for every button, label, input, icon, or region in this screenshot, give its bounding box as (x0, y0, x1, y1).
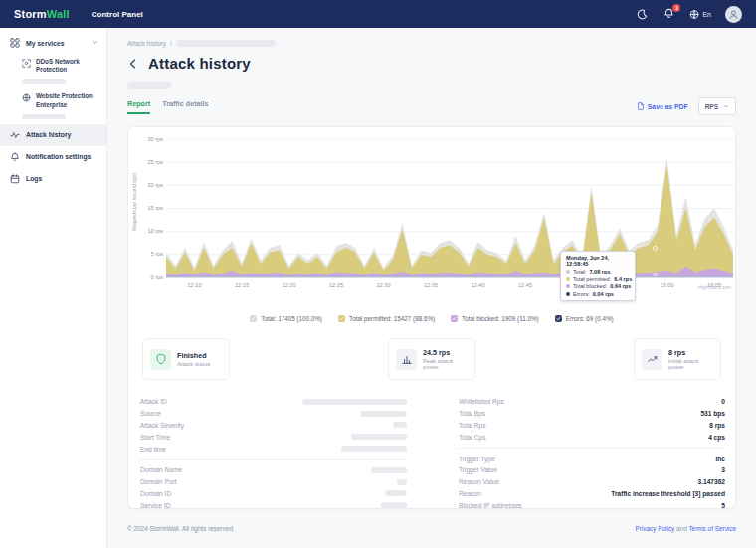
chart-legend: Total: 17405 (100.0%)Total permitted: 15… (128, 312, 735, 324)
details-group: Trigger TypeIncTrigger Value3Reason Valu… (459, 448, 725, 511)
details-group: Attack IDSourceAttack SeverityStart Time… (140, 396, 407, 455)
redacted-value (302, 399, 407, 405)
bellgear-icon (10, 152, 20, 162)
breadcrumb-attack-history[interactable]: Attack history (127, 40, 166, 47)
redacted-value (397, 479, 407, 485)
save-as-pdf-label: Save as PDF (648, 103, 688, 110)
tooltip-row-errors: Errors: 0.04 rps (566, 291, 630, 297)
detail-label: Reason Value (459, 478, 499, 485)
sidebar-item-my-services[interactable]: My services (0, 32, 106, 54)
sidebar-item-label: Logs (26, 175, 42, 182)
checkbox-checked-icon[interactable] (338, 315, 345, 322)
details-group: Domain NameDomain PortDomain IDService I… (140, 459, 407, 511)
y-axis-tick: 30 rps (136, 136, 163, 142)
detail-label: Trigger Type (459, 456, 495, 462)
copyright-text: © 2024 StormWall. All rights reserved. (127, 525, 235, 532)
grid-icon (10, 38, 20, 48)
detail-label: Domain Name (140, 466, 182, 473)
barchart-icon (396, 349, 417, 370)
logs-icon (10, 174, 20, 184)
redacted-value (393, 422, 407, 428)
save-as-pdf-button[interactable]: Save as PDF (637, 102, 688, 110)
legend-item-total-blocked[interactable]: Total blocked: 1909 (11.0%) (451, 315, 539, 322)
legend-item-total-permitted[interactable]: Total permitted: 15427 (88.6%) (338, 315, 435, 322)
detail-row-reason-value: Reason Value3.147362 (459, 476, 725, 488)
detail-label: Total Cps (459, 434, 486, 441)
detail-row-start-time: Start Time (140, 431, 407, 443)
stat-value: 8 rps (668, 348, 713, 357)
x-axis-tick: 12:45 (511, 282, 539, 288)
detail-row-reason: ReasonTraffic increase threshold [3] pas… (459, 487, 725, 499)
footer-links: Privacy Policy and Terms of Service (636, 525, 737, 532)
top-header: StormWall Control Panel 1 En (0, 0, 756, 28)
notifications-button[interactable]: 1 (662, 8, 675, 21)
tab-report[interactable]: Report (127, 99, 150, 114)
sidebar-subitem-label: DDoS Network Protection (36, 58, 100, 74)
y-axis-tick: 5 rps (136, 251, 163, 257)
terms-of-service-link[interactable]: Terms of Service (688, 525, 736, 532)
detail-label: Blocked IP addresses (459, 502, 522, 509)
detail-value: 8 rps (709, 422, 725, 429)
checkbox-checked-icon[interactable] (250, 315, 257, 322)
detail-row-attack-id: Attack ID (140, 396, 407, 408)
detail-label: Source (140, 410, 161, 417)
sidebar-item-label: My services (26, 40, 65, 47)
user-avatar[interactable] (725, 6, 742, 23)
tooltip-row-value: 0.04 rps (593, 291, 614, 297)
detail-value: Inc (715, 456, 725, 462)
control-panel-menu[interactable]: Control Panel (92, 10, 146, 19)
sidebar-item-notification-settings[interactable]: Notification settings (0, 146, 106, 168)
stat-value: 24.5 rps (423, 348, 468, 357)
breadcrumb: Attack history / (127, 40, 736, 47)
y-axis-tick: 0 rps (136, 274, 163, 280)
detail-row-trigger-type: Trigger TypeInc (459, 453, 725, 464)
main-content: Attack history / Attack history Report T… (107, 28, 756, 548)
y-axis-tick: 25 rps (136, 159, 163, 165)
detail-value: Traffic increase threshold [3] passed (611, 490, 725, 497)
tooltip-row-label: Errors: (573, 291, 590, 297)
back-button-arrow-icon[interactable] (127, 58, 139, 70)
attack-chart: Requests per second (rps) 0 rps5 rps10 r… (128, 135, 735, 304)
tab-traffic-details[interactable]: Traffic details (162, 99, 208, 114)
subtitle-redacted (127, 82, 171, 89)
chevron-down-icon (723, 103, 729, 109)
stat-label: Initial attack power (668, 358, 713, 370)
sidebar-item-logs[interactable]: Logs (0, 168, 106, 190)
breadcrumb-redacted-item (176, 40, 276, 47)
legend-label: Total blocked: 1909 (11.0%) (462, 315, 539, 322)
theme-toggle-moon-icon[interactable] (636, 8, 649, 21)
legend-item-total[interactable]: Total: 17405 (100.0%) (250, 315, 322, 322)
legend-item-errors[interactable]: Errors: 69 (0.4%) (555, 315, 614, 322)
language-selector[interactable]: En (689, 9, 711, 19)
person-icon (728, 9, 739, 20)
privacy-policy-link[interactable]: Privacy Policy (636, 525, 675, 532)
detail-row-service-id: Service ID (140, 499, 407, 511)
detail-value: 4 cps (708, 434, 725, 441)
detail-row-attack-severity: Attack Severity (140, 420, 407, 432)
detail-label: Attack Severity (140, 422, 184, 429)
highcharts-credits[interactable]: Highcharts.com (698, 285, 731, 290)
unit-selector-dropdown[interactable]: RPS (698, 97, 736, 115)
sidebar-item-attack-history[interactable]: Attack history (0, 124, 106, 146)
sidebar-subitem-ddos-network-protection[interactable]: DDoS Network Protection (0, 54, 106, 76)
series-dot-icon (566, 292, 570, 296)
stat-card-peak-attack-power: 24.5 rpsPeak attack power (388, 338, 475, 380)
stormwall-logo[interactable]: StormWall (14, 8, 70, 20)
stat-card-attack-status: FinishedAttack status (142, 338, 230, 380)
header-actions: 1 En (636, 6, 742, 23)
detail-label: End time (140, 446, 166, 453)
detail-row-domain-port: Domain Port (140, 476, 407, 488)
checkbox-checked-icon[interactable] (451, 315, 458, 322)
redacted-value (381, 502, 407, 508)
sidebar-subitem-label: Website Protection Enterprise (36, 92, 100, 108)
detail-label: Attack ID (140, 398, 167, 405)
detail-row-source: Source (140, 408, 407, 420)
x-axis-tick: 12:15 (228, 282, 256, 288)
checkbox-checked-icon[interactable] (555, 315, 562, 322)
unit-selector-value: RPS (705, 103, 718, 110)
detail-label: Trigger Value (459, 466, 497, 473)
stat-cards-row: FinishedAttack status24.5 rpsPeak attack… (142, 338, 721, 380)
tabs-row: Report Traffic details Save as PDF RPS (127, 97, 736, 115)
detail-label: Total Rps (459, 422, 486, 429)
sidebar-subitem-website-protection-enterprise[interactable]: Website Protection Enterprise (0, 89, 106, 110)
